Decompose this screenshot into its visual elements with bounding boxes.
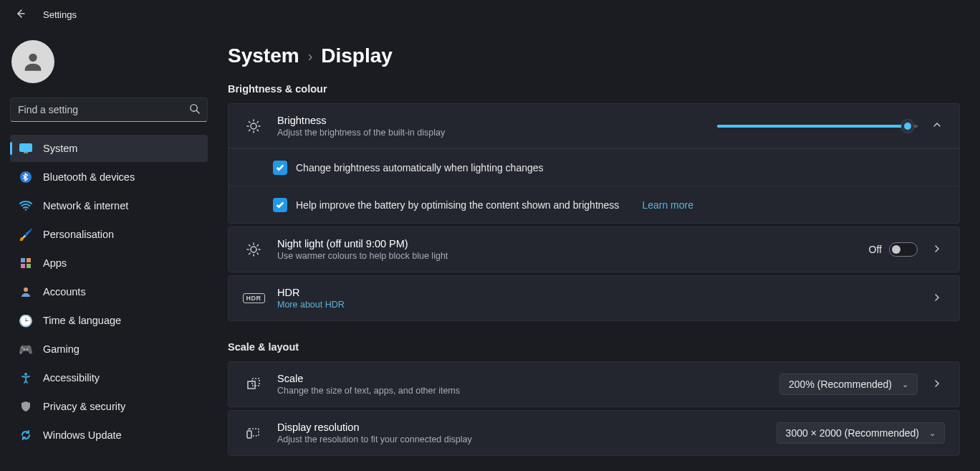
sidebar-item-label: Accounts [43,286,86,298]
svg-rect-9 [21,264,25,268]
search-input[interactable] [18,104,189,115]
svg-line-2 [196,110,199,113]
sidebar: System Bluetooth & devices Network & int… [0,29,215,471]
svg-line-28 [257,253,259,254]
main-content: System › Display Brightness & colour Bri… [215,29,980,471]
sidebar-item-label: Apps [43,257,67,269]
avatar[interactable] [11,40,54,83]
sidebar-item-label: Accessibility [43,372,100,384]
sidebar-item-personalisation[interactable]: 🖌️ Personalisation [10,221,208,248]
sidebar-item-accessibility[interactable]: Accessibility [10,364,208,391]
sidebar-item-system[interactable]: System [10,135,208,162]
sidebar-item-label: Time & language [43,315,121,326]
sidebar-item-label: Personalisation [43,229,114,240]
auto-brightness-checkbox[interactable] [273,161,287,175]
brightness-icon [243,119,264,133]
svg-point-12 [24,373,27,376]
resolution-sub: Adjust the resolution to fit your connec… [277,434,764,444]
svg-rect-10 [27,264,31,268]
scale-title: Scale [277,373,767,384]
svg-point-11 [24,287,28,292]
resolution-dropdown[interactable]: 3000 × 2000 (Recommended) ⌄ [777,422,945,444]
svg-line-20 [249,130,251,131]
svg-line-19 [257,130,259,131]
search-box[interactable] [10,97,208,122]
update-icon [19,428,33,442]
clock-globe-icon: 🕒 [19,313,33,328]
svg-line-18 [249,121,251,123]
scale-dropdown[interactable]: 200% (Recommended) ⌄ [779,374,918,395]
gaming-icon: 🎮 [19,342,33,356]
svg-rect-7 [21,258,25,262]
night-light-sub: Use warmer colours to help block blue li… [277,251,856,261]
search-icon [189,103,200,116]
sidebar-item-label: Network & internet [43,200,128,211]
chevron-right-icon[interactable] [929,241,945,259]
brightness-slider[interactable] [717,119,918,133]
svg-rect-32 [252,379,259,386]
bluetooth-icon [19,170,33,184]
learn-more-link[interactable]: Learn more [642,199,693,211]
sidebar-item-bluetooth[interactable]: Bluetooth & devices [10,163,208,191]
sidebar-item-time-language[interactable]: 🕒 Time & language [10,307,208,334]
battery-optimise-checkbox[interactable] [273,198,287,212]
apps-icon [19,256,33,270]
section-scale-layout-title: Scale & layout [228,341,960,353]
hdr-title: HDR [277,287,916,298]
chevron-right-icon: › [308,48,313,65]
wifi-icon [19,199,33,213]
sidebar-item-apps[interactable]: Apps [10,249,208,277]
paintbrush-icon: 🖌️ [19,227,33,242]
brightness-title: Brightness [277,115,704,126]
sidebar-item-windows-update[interactable]: Windows Update [10,422,208,449]
scale-row[interactable]: Scale Change the size of text, apps, and… [229,362,959,406]
chevron-right-icon[interactable] [929,376,945,394]
sidebar-item-network[interactable]: Network & internet [10,192,208,219]
svg-line-21 [257,121,259,123]
scale-card: Scale Change the size of text, apps, and… [228,361,960,407]
auto-brightness-label: Change brightness automatically when lig… [296,162,544,173]
hdr-icon: HDR [243,293,264,303]
night-light-card: Night light (off until 9:00 PM) Use warm… [228,227,960,272]
svg-point-22 [251,247,256,252]
night-light-title: Night light (off until 9:00 PM) [277,238,856,249]
sidebar-item-label: Bluetooth & devices [43,171,135,183]
svg-rect-4 [24,152,28,153]
titlebar: Settings [0,0,980,29]
svg-line-30 [257,245,259,247]
chevron-right-icon[interactable] [929,290,945,308]
hdr-row[interactable]: HDR HDR More about HDR [229,276,959,320]
night-light-icon [243,242,264,257]
scale-icon [243,377,264,391]
sidebar-item-privacy[interactable]: Privacy & security [10,393,208,420]
resolution-dropdown-value: 3000 × 2000 (Recommended) [786,427,919,439]
hdr-card: HDR HDR More about HDR [228,275,960,321]
battery-optimise-label: Help improve the battery by optimising t… [296,199,619,211]
svg-rect-31 [248,381,255,389]
accessibility-icon [19,371,33,385]
resolution-row[interactable]: Display resolution Adjust the resolution… [229,411,959,455]
chevron-down-icon: ⌄ [902,380,908,389]
resolution-card: Display resolution Adjust the resolution… [228,410,960,456]
night-light-toggle[interactable] [889,242,918,257]
chevron-down-icon: ⌄ [929,429,936,438]
night-light-state-label: Off [869,244,882,255]
resolution-title: Display resolution [277,422,764,433]
sidebar-item-accounts[interactable]: Accounts [10,278,208,305]
svg-rect-3 [20,144,32,152]
svg-line-29 [249,253,251,254]
sidebar-item-label: Gaming [43,343,80,355]
collapse-chevron-up-icon[interactable] [929,117,945,135]
night-light-row[interactable]: Night light (off until 9:00 PM) Use warm… [229,227,959,272]
hdr-more-link[interactable]: More about HDR [277,300,916,310]
brightness-battery-row: Help improve the battery by optimising t… [229,186,959,223]
brightness-card: Brightness Adjust the brightness of the … [228,103,960,224]
back-button[interactable] [10,4,30,26]
scale-sub: Change the size of text, apps, and other… [277,386,767,396]
section-brightness-colour-title: Brightness & colour [228,83,960,95]
sidebar-item-label: System [43,143,77,154]
svg-point-13 [251,123,256,129]
sidebar-item-gaming[interactable]: 🎮 Gaming [10,336,208,363]
breadcrumb-parent[interactable]: System [228,44,299,67]
sidebar-item-label: Windows Update [43,429,122,441]
